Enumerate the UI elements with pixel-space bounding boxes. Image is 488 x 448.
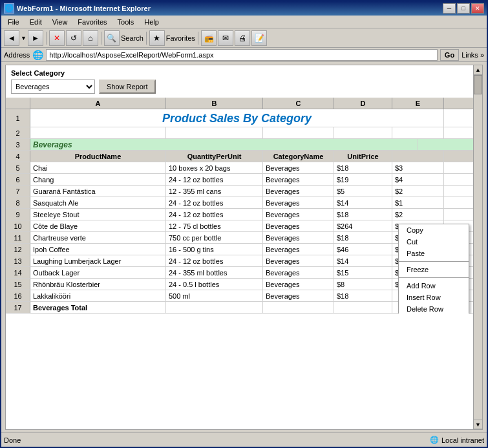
col-header-c: C [263,98,334,109]
ctx-copy[interactable]: Copy [399,224,469,236]
cell-cat: Beverages [263,232,334,243]
minimize-button[interactable]: ─ [443,3,456,14]
table-row: 9 Steeleye Stout 24 - 12 oz bottles Beve… [6,209,482,220]
row-num: 12 [6,244,30,255]
cell-qty: 12 - 75 cl bottles [166,220,263,231]
cell-price: $5 [334,186,392,197]
menu-tools[interactable]: Tools [112,17,140,27]
stop-button[interactable]: ✕ [49,30,65,46]
page-frame: Select Category Beverages Show Report A … [5,65,483,430]
cell-cat: Beverages [263,267,334,278]
cell-product: Chartreuse verte [30,232,166,243]
search-icon: 🔍 [104,30,120,46]
ctx-insert-row[interactable]: Insert Row [399,292,469,303]
cell-product: Sasquatch Ale [30,197,166,208]
back-button[interactable]: ◄ [4,30,19,46]
table-row: 2 [6,127,482,139]
vertical-scrollbar[interactable]: ▲ ▼ [473,65,483,430]
cell-qty: 12 - 355 ml cans [166,186,263,197]
cell-price: $264 [334,220,392,231]
refresh-button[interactable]: ↺ [66,30,81,46]
cell-price: $46 [334,244,392,255]
cell-price: $18 [334,232,392,243]
cell-cat: Beverages [263,162,334,173]
edit-button[interactable]: 📝 [251,30,267,46]
menu-favorites[interactable]: Favorites [72,17,112,27]
cell-cat: Beverages [263,279,334,290]
spreadsheet: A B C D E 1 Product Sales By Category 2 [6,98,482,314]
menu-help[interactable]: Help [139,17,164,27]
ctx-delete-row[interactable]: Delete Row [399,303,469,314]
status-text: Done [4,436,21,444]
menu-view[interactable]: View [47,17,73,27]
status-bar: Done 🌐 Local intranet [1,432,487,447]
print-button[interactable]: 🖨 [235,30,250,46]
scroll-thumb[interactable] [474,75,482,94]
cell-cat: Beverages [263,209,334,220]
toolbar-sep-1 [46,32,47,45]
cell [263,127,334,138]
table-row: 8 Sasquatch Ale 24 - 12 oz bottles Bever… [6,197,482,209]
go-button[interactable]: Go [440,49,459,61]
ctx-paste[interactable]: Paste [399,248,469,259]
cell-product: Steeleye Stout [30,209,166,220]
cell [263,302,334,313]
cell-qty: 750 cc per bottle [166,232,263,243]
menu-file[interactable]: File [3,17,25,27]
cell-e: $3 [392,162,444,173]
ctx-add-row[interactable]: Add Row [399,280,469,292]
cell [30,127,166,138]
cell-e: $4 [392,174,444,185]
menu-bar: File Edit View Favorites Tools Help [1,16,487,28]
cell-e: $2 [392,209,444,220]
context-menu: Copy Cut Paste Freeze Add Row Insert Row… [398,224,469,314]
toolbar-sep-3 [146,32,147,45]
window-controls: ─ □ ✕ [443,3,484,14]
row-num: 3 [6,139,30,150]
media-button[interactable]: 📻 [201,30,217,46]
cell-product: Guaraná Fantástica [30,186,166,197]
cell-qty: 24 - 12 oz bottles [166,209,263,220]
row-num-header [6,98,30,109]
address-label: Address [4,51,30,59]
scroll-down-arrow[interactable]: ▼ [474,420,482,429]
back-arrow[interactable]: ▼ [21,35,27,41]
favorites-icon[interactable]: ★ [149,30,165,46]
cell-qty: 10 boxes x 20 bags [166,162,263,173]
scroll-up-arrow[interactable]: ▲ [474,65,482,75]
cell-product: Laughing Lumberjack Lager [30,255,166,266]
address-input[interactable] [46,49,438,61]
cell-price: $8 [334,279,392,290]
cell-product: Outback Lager [30,267,166,278]
cell-cat: Beverages [263,220,334,231]
row-num: 7 [6,186,30,197]
row-num: 9 [6,209,30,220]
forward-button[interactable]: ► [28,30,43,46]
col-header-b: B [166,98,263,109]
spreadsheet-title: Product Sales By Category [30,109,444,127]
close-button[interactable]: ✕ [471,3,484,14]
ctx-sep-2 [399,277,469,278]
col-label-e [392,151,444,162]
row-num: 8 [6,197,30,208]
mail-button[interactable]: ✉ [218,30,233,46]
maximize-button[interactable]: □ [457,3,470,14]
cell-price: $18 [334,162,392,173]
cell-e: $2 [392,186,444,197]
home-button[interactable]: ⌂ [83,30,98,46]
links-label[interactable]: Links » [461,51,484,59]
favorites-label[interactable]: Favorites [166,34,195,42]
select-row: Beverages Show Report [11,80,477,94]
cell-product: Côte de Blaye [30,220,166,231]
cell-price: $14 [334,197,392,208]
row-num: 5 [6,162,30,173]
ctx-freeze[interactable]: Freeze [399,264,469,275]
menu-edit[interactable]: Edit [25,17,47,27]
category-select[interactable]: Beverages [11,80,95,94]
row-num: 4 [6,151,30,162]
show-report-button[interactable]: Show Report [99,80,156,94]
cell-price: $15 [334,267,392,278]
ctx-cut[interactable]: Cut [399,236,469,248]
search-label: Search [121,34,143,42]
row-num: 2 [6,127,30,138]
